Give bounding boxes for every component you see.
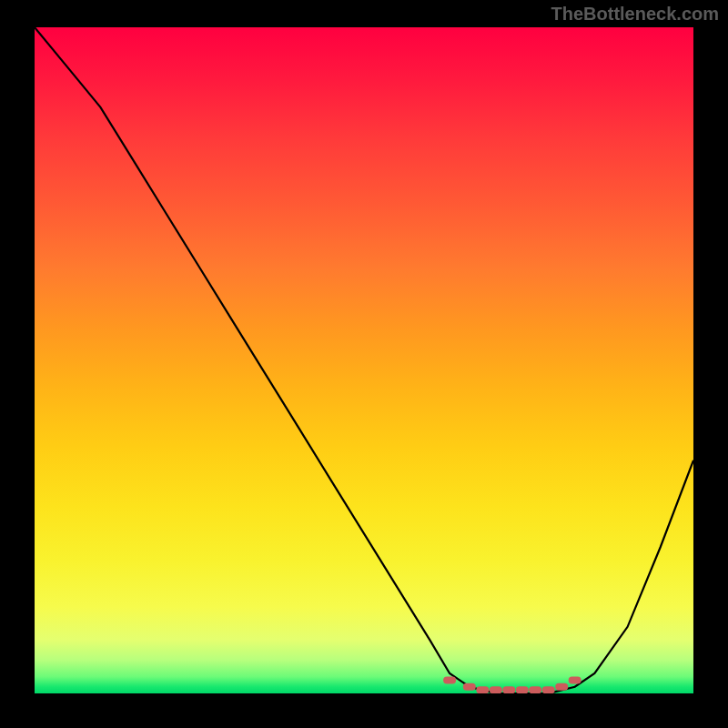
valley-marker — [555, 683, 568, 691]
valley-marker — [516, 686, 529, 693]
valley-marker — [476, 686, 489, 693]
valley-marker — [502, 686, 515, 693]
chart-svg — [35, 27, 693, 693]
valley-marker — [529, 686, 541, 693]
valley-marker — [569, 676, 581, 683]
valley-marker — [542, 686, 555, 693]
valley-marker — [443, 676, 456, 683]
valley-marker — [463, 683, 476, 691]
watermark-text: TheBottleneck.com — [551, 4, 719, 25]
valley-marker — [490, 686, 502, 693]
plot-area — [35, 27, 693, 693]
bottleneck-curve — [35, 27, 693, 693]
